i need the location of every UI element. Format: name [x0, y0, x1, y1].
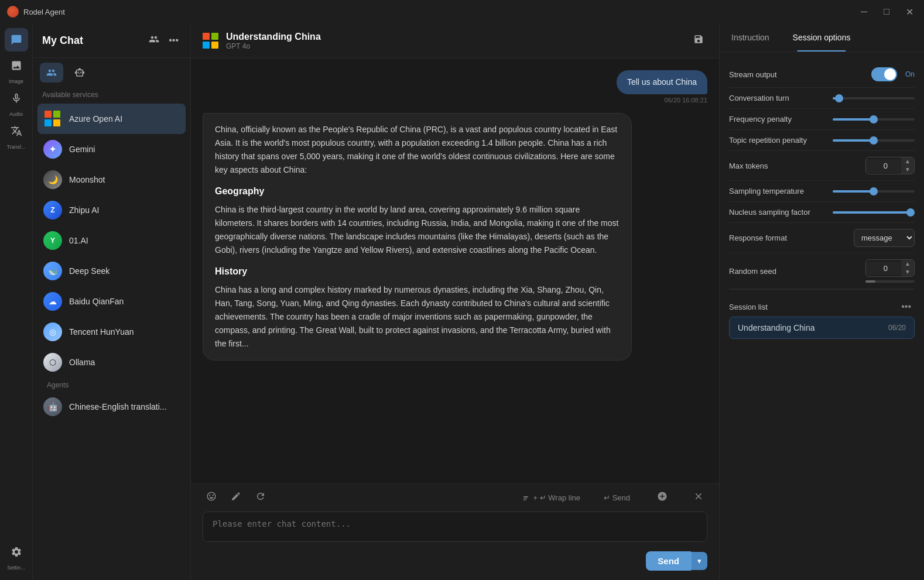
- tab-session-options[interactable]: Session options: [781, 23, 863, 52]
- sidebar-header: My Chat •••: [33, 23, 190, 58]
- chat-icon[interactable]: [5, 28, 28, 52]
- gemini-name: Gemini: [69, 145, 95, 154]
- max-tokens-label: Max tokens: [729, 162, 865, 170]
- random-seed-label: Random seed: [729, 267, 865, 276]
- edit-button[interactable]: [227, 488, 245, 508]
- session-item[interactable]: Understanding China 06/20: [729, 317, 915, 339]
- ai-message: China, officially known as the People's …: [203, 113, 632, 361]
- max-tokens-up[interactable]: ▲: [901, 157, 914, 166]
- topic-repetition-label: Topic repetition penalty: [729, 136, 833, 145]
- zhipu-icon: Z: [43, 201, 62, 219]
- sidebar-item-moonshot[interactable]: 🌙 Moonshot: [37, 164, 186, 195]
- app-title: Rodel Agent: [23, 8, 65, 16]
- sidebar-item-translate-agent[interactable]: 🤖 Chinese-English translati...: [37, 392, 186, 422]
- sidebar-item-azure[interactable]: Azure Open AI: [37, 104, 186, 134]
- refresh-button[interactable]: [252, 488, 269, 508]
- agents-label: Agents: [37, 377, 186, 392]
- random-seed-up[interactable]: ▲: [901, 260, 914, 268]
- sidebar-header-buttons: •••: [146, 32, 181, 49]
- ai-section1-body: China is the third-largest country in th…: [215, 203, 620, 257]
- max-tokens-input[interactable]: [866, 159, 901, 173]
- nav-item-image[interactable]: Image: [5, 54, 28, 84]
- sidebar-item-zhipu[interactable]: Z Zhipu AI: [37, 195, 186, 225]
- sidebar-tabs: [33, 58, 190, 87]
- azure-icon: [43, 109, 62, 128]
- topic-repetition-slider[interactable]: [833, 139, 915, 142]
- message-timestamp: 06/20 16:08:21: [617, 97, 707, 104]
- nucleus-sampling-label: Nucleus sampling factor: [729, 208, 833, 217]
- chat-input[interactable]: [203, 512, 707, 542]
- user-message: Tell us about China 06/20 16:08:21: [617, 70, 707, 104]
- sidebar-item-01ai[interactable]: Y 01.AI: [37, 225, 186, 256]
- setting-random-seed: Random seed ▲ ▼: [729, 253, 915, 289]
- image-icon[interactable]: [5, 54, 28, 77]
- clear-input-button[interactable]: [690, 488, 707, 508]
- sidebar-tab-bot[interactable]: [68, 63, 91, 83]
- random-seed-input[interactable]: [866, 262, 901, 275]
- chat-messages: Tell us about China 06/20 16:08:21 China…: [191, 59, 719, 483]
- add-chat-button[interactable]: [146, 32, 162, 49]
- nav-item-chat[interactable]: [5, 28, 28, 52]
- moonshot-name: Moonshot: [69, 175, 105, 184]
- stream-output-toggle[interactable]: [871, 67, 897, 81]
- random-seed-down[interactable]: ▼: [901, 268, 914, 276]
- response-format-select-container: message json_object text: [854, 229, 915, 247]
- chat-header-info: Understanding China GPT 4o: [226, 32, 683, 50]
- nav-item-translate[interactable]: Transl...: [5, 119, 28, 150]
- chat-toolbar: + ↵ Wrap line ↵ Send: [191, 483, 719, 512]
- sidebar-item-deepseek[interactable]: 🐋 Deep Seek: [37, 256, 186, 286]
- sidebar-item-baidu[interactable]: ☁ Baidu QianFan: [37, 286, 186, 317]
- chat-input-area: [191, 512, 719, 551]
- settings-icon[interactable]: [5, 540, 28, 564]
- stream-output-on-label: On: [905, 70, 915, 78]
- sidebar-item-tencent[interactable]: ◎ Tencent HunYuan: [37, 317, 186, 347]
- sampling-temperature-label: Sampling temperature: [729, 187, 833, 195]
- ai-bubble: China, officially known as the People's …: [203, 113, 632, 361]
- audio-icon[interactable]: [5, 87, 28, 110]
- sidebar-item-ollama[interactable]: ⬡ Ollama: [37, 347, 186, 377]
- tencent-icon: ◎: [43, 322, 62, 341]
- baidu-name: Baidu QianFan: [69, 297, 124, 306]
- gemini-icon: ✦: [43, 140, 62, 159]
- session-list-menu-button[interactable]: •••: [898, 300, 915, 313]
- baidu-icon: ☁: [43, 292, 62, 311]
- chat-header-logo: [203, 33, 219, 49]
- user-message-text: Tell us about China: [627, 77, 697, 87]
- nucleus-sampling-slider[interactable]: [833, 211, 915, 214]
- save-chat-button[interactable]: [690, 30, 707, 51]
- more-options-button[interactable]: •••: [166, 32, 181, 49]
- maximize-button[interactable]: □: [880, 5, 893, 19]
- sampling-temperature-slider[interactable]: [833, 190, 915, 193]
- translate-icon[interactable]: [5, 119, 28, 143]
- nav-item-audio[interactable]: Audio: [5, 87, 28, 117]
- response-format-select[interactable]: message json_object text: [854, 229, 914, 246]
- sidebar-tab-people[interactable]: [40, 63, 63, 83]
- 01ai-name: 01.AI: [69, 236, 88, 245]
- send-dropdown-button[interactable]: ▾: [691, 552, 707, 570]
- right-panel-content: Stream output On Conversation turn: [720, 52, 924, 580]
- setting-max-tokens: Max tokens ▲ ▼: [729, 151, 915, 181]
- session-item-date: 06/20: [888, 324, 906, 332]
- sidebar-item-gemini[interactable]: ✦ Gemini: [37, 134, 186, 164]
- setting-sampling-temperature: Sampling temperature: [729, 181, 915, 202]
- send-button[interactable]: Send: [646, 551, 691, 571]
- frequency-penalty-slider[interactable]: [833, 118, 915, 121]
- ai-section1-title: Geography: [215, 184, 620, 199]
- zhipu-name: Zhipu AI: [69, 205, 99, 215]
- max-tokens-down[interactable]: ▼: [901, 166, 914, 174]
- chat-header: Understanding China GPT 4o: [191, 23, 719, 59]
- chat-subtitle: GPT 4o: [226, 42, 683, 50]
- titlebar: Rodel Agent ─ □ ✕: [0, 0, 924, 23]
- conversation-turn-slider[interactable]: [833, 97, 915, 99]
- close-button[interactable]: ✕: [902, 5, 917, 19]
- deepseek-icon: 🐋: [43, 262, 62, 280]
- chat-title: Understanding China: [226, 32, 683, 42]
- add-message-button[interactable]: [653, 488, 671, 508]
- nav-item-settings[interactable]: Settin...: [5, 540, 28, 571]
- emoji-button[interactable]: [203, 488, 220, 508]
- wrap-line-label: + ↵ Wrap line: [522, 493, 581, 502]
- nav-bar: Image Audio Transl...: [0, 23, 33, 580]
- minimize-button[interactable]: ─: [857, 5, 871, 19]
- panel-separator: [729, 289, 915, 290]
- tab-instruction[interactable]: Instruction: [720, 23, 781, 52]
